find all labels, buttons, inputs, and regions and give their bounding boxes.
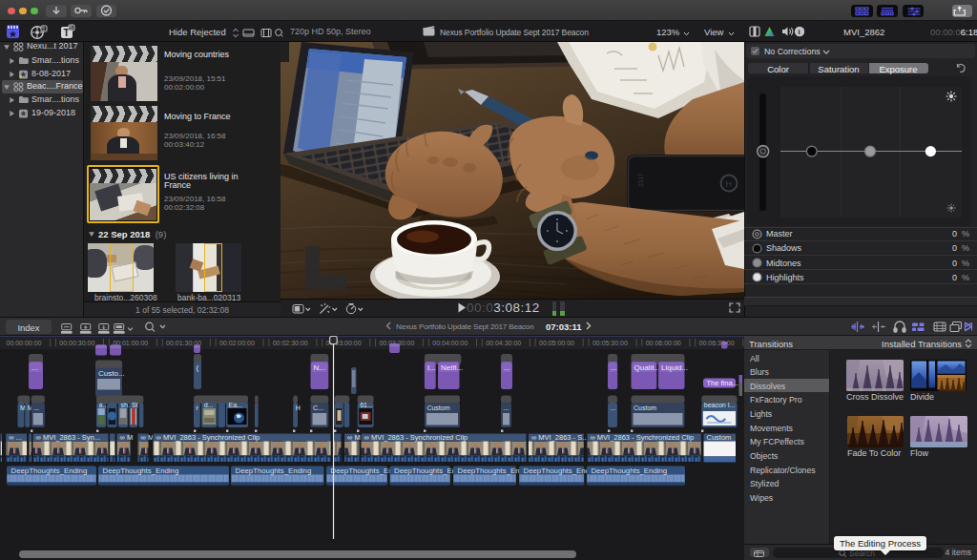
svg-text:Netfl...: Netfl... bbox=[441, 363, 463, 372]
svg-text:d...: d... bbox=[204, 402, 214, 408]
svg-text:61...: 61... bbox=[360, 402, 373, 408]
svg-text:∞ M: ∞ M bbox=[141, 433, 155, 442]
svg-text:...: ... bbox=[33, 404, 39, 411]
svg-text:H: H bbox=[296, 404, 301, 411]
svg-text:00:04:30:00: 00:04:30:00 bbox=[486, 340, 521, 346]
svg-text:DeepThoughts_Ending: DeepThoughts_Ending bbox=[591, 467, 667, 475]
svg-text:Ea...: Ea... bbox=[229, 402, 242, 408]
svg-text:∞ M: ∞ M bbox=[120, 433, 134, 442]
svg-text:00:05:30:00: 00:05:30:00 bbox=[592, 340, 628, 346]
svg-text:00:00:00:00: 00:00:00:00 bbox=[7, 340, 42, 346]
svg-text:...: ... bbox=[611, 363, 617, 372]
svg-text:00:05:00:00: 00:05:00:00 bbox=[539, 340, 574, 346]
svg-text:...: ... bbox=[504, 404, 509, 411]
svg-text:∞ ...: ∞ ... bbox=[9, 433, 22, 442]
svg-text:00:06:30:00: 00:06:30:00 bbox=[699, 340, 735, 346]
svg-text:...: ... bbox=[31, 363, 38, 372]
svg-text:∞ M: ∞ M bbox=[347, 433, 361, 442]
svg-text:∞ MVI_2863 - Synchronized Clip: ∞ MVI_2863 - Synchronized Clip bbox=[364, 433, 468, 442]
svg-text:M: M bbox=[20, 404, 26, 411]
svg-text:Qualit...: Qualit... bbox=[634, 363, 661, 372]
svg-text:C...: C... bbox=[313, 404, 323, 411]
svg-text:00:02:00:00: 00:02:00:00 bbox=[219, 340, 255, 346]
svg-text:00:06:00:00: 00:06:00:00 bbox=[646, 340, 681, 346]
svg-text:∞ MVI_2863 - Synchronized Clip: ∞ MVI_2863 - Synchronized Clip bbox=[156, 433, 260, 442]
svg-text:DeepThoughts_Ending: DeepThoughts_Ending bbox=[236, 467, 312, 475]
svg-text:(: ( bbox=[197, 363, 199, 372]
svg-text:The fina...: The fina... bbox=[707, 379, 738, 387]
svg-text:Custom: Custom bbox=[707, 433, 732, 442]
svg-text:Liquid...: Liquid... bbox=[661, 363, 688, 372]
svg-text:I...: I... bbox=[427, 363, 436, 372]
svg-text:St: St bbox=[132, 402, 138, 408]
svg-text:beacon l...: beacon l... bbox=[704, 402, 735, 408]
svg-text:Custo...: Custo... bbox=[98, 369, 125, 378]
svg-text:∞ MVI_2863 - S...: ∞ MVI_2863 - S... bbox=[531, 433, 589, 442]
svg-text:DeepThoughts_Ending: DeepThoughts_Ending bbox=[103, 467, 179, 475]
svg-text:a...: a... bbox=[99, 402, 109, 408]
svg-text:...: ... bbox=[504, 363, 510, 372]
svg-text:...: ... bbox=[611, 404, 616, 411]
svg-text:N...: N... bbox=[314, 363, 325, 372]
svg-text:Custom: Custom bbox=[634, 404, 656, 411]
svg-text:00:02:30:00: 00:02:30:00 bbox=[273, 340, 308, 346]
svg-text:DeepThoughts_Ending: DeepThoughts_Ending bbox=[11, 467, 88, 475]
svg-text:∞ MVI_2863 - Synchronized Clip: ∞ MVI_2863 - Synchronized Clip bbox=[590, 433, 694, 442]
svg-text:∞ MVI_2863 - Syn...: ∞ MVI_2863 - Syn... bbox=[36, 433, 100, 442]
svg-text:Custom: Custom bbox=[426, 404, 449, 411]
svg-text:00:04:00:00: 00:04:00:00 bbox=[432, 340, 468, 346]
svg-text:00:00:30:00: 00:00:30:00 bbox=[59, 340, 94, 346]
